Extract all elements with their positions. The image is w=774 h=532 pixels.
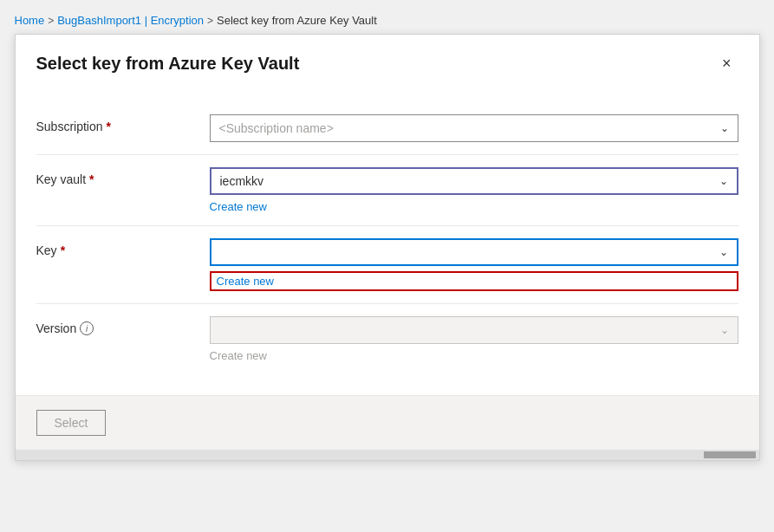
version-create-new: Create new <box>210 349 738 362</box>
dialog-body: Subscription * <Subscription name> ⌄ Key… <box>16 88 759 395</box>
key-vault-control: iecmkkv ⌄ Create new <box>210 167 738 213</box>
subscription-placeholder: <Subscription name> <box>219 121 334 135</box>
breadcrumb-sep1: > <box>48 15 54 27</box>
breadcrumb-home[interactable]: Home <box>15 14 45 27</box>
key-label: Key * <box>36 238 210 257</box>
page-wrapper: Home > BugBashImport1 | Encryption > Sel… <box>0 0 774 532</box>
version-row: Version i ⌄ Create new <box>36 304 738 374</box>
key-required: * <box>61 243 65 257</box>
key-vault-chevron-icon: ⌄ <box>719 175 728 187</box>
dialog-title: Select key from Azure Key Vault <box>36 54 300 74</box>
key-row: Key * ⌄ Create new <box>36 226 738 304</box>
subscription-control: <Subscription name> ⌄ <box>210 114 738 142</box>
subscription-dropdown[interactable]: <Subscription name> ⌄ <box>210 114 738 142</box>
key-dropdown[interactable]: ⌄ <box>210 238 738 266</box>
version-info-icon[interactable]: i <box>80 321 94 335</box>
version-chevron-icon: ⌄ <box>720 324 729 336</box>
key-vault-dropdown[interactable]: iecmkkv ⌄ <box>210 167 738 195</box>
dialog-footer: Select <box>16 395 759 450</box>
scrollbar-thumb <box>704 451 756 458</box>
key-chevron-icon: ⌄ <box>719 246 728 258</box>
breadcrumb: Home > BugBashImport1 | Encryption > Sel… <box>15 9 760 34</box>
version-label: Version i <box>36 316 210 335</box>
key-vault-create-new[interactable]: Create new <box>210 200 738 213</box>
subscription-label: Subscription * <box>36 114 210 133</box>
breadcrumb-sep2: > <box>207 15 213 27</box>
scrollbar[interactable] <box>16 450 759 460</box>
key-vault-label: Key vault * <box>36 167 210 186</box>
key-vault-value: iecmkkv <box>220 174 264 188</box>
dialog: Select key from Azure Key Vault × Subscr… <box>15 34 760 461</box>
version-dropdown: ⌄ <box>210 316 738 344</box>
subscription-chevron-icon: ⌄ <box>720 122 729 134</box>
version-control: ⌄ Create new <box>210 316 738 362</box>
key-control: ⌄ Create new <box>210 238 738 291</box>
breadcrumb-current: Select key from Azure Key Vault <box>217 14 377 27</box>
dialog-header: Select key from Azure Key Vault × <box>16 35 759 88</box>
subscription-row: Subscription * <Subscription name> ⌄ <box>36 102 738 155</box>
key-vault-required: * <box>89 172 94 186</box>
select-button[interactable]: Select <box>36 410 107 436</box>
key-vault-row: Key vault * iecmkkv ⌄ Create new <box>36 155 738 226</box>
subscription-required: * <box>107 120 111 133</box>
key-create-new[interactable]: Create new <box>210 271 738 291</box>
breadcrumb-link1[interactable]: BugBashImport1 | Encryption <box>57 14 204 27</box>
close-button[interactable]: × <box>715 52 738 75</box>
